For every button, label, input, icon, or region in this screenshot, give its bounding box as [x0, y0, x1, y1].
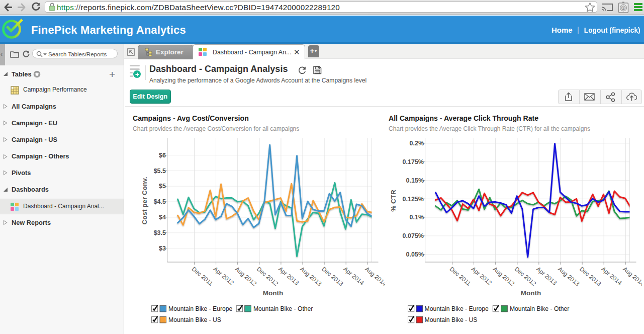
- svg-text:$5.5: $5.5: [154, 168, 166, 175]
- svg-text:All Campaigns - Average Click: All Campaigns - Average Click Through Ra…: [389, 114, 538, 122]
- svg-text:Month: Month: [521, 289, 541, 297]
- svg-text:0.125%: 0.125%: [403, 196, 424, 203]
- svg-text:0.075%: 0.075%: [403, 232, 424, 239]
- svg-text:Apr 2014: Apr 2014: [600, 266, 623, 287]
- svg-text:$3.5: $3.5: [154, 229, 166, 236]
- svg-text:0.05%: 0.05%: [406, 251, 424, 258]
- svg-text:Dec 2012: Dec 2012: [513, 266, 538, 288]
- svg-text:Dec 2013: Dec 2013: [320, 266, 345, 288]
- svg-text:Apr 2014: Apr 2014: [342, 266, 365, 287]
- svg-text:Campaigns - Avg Cost/Conversio: Campaigns - Avg Cost/Conversion: [133, 114, 249, 122]
- svg-text:$4.5: $4.5: [154, 198, 166, 205]
- svg-text:Mountain Bike - Europe: Mountain Bike - Europe: [425, 305, 489, 312]
- svg-text:Mountain Bike - US: Mountain Bike - US: [425, 316, 478, 323]
- svg-text:$3: $3: [159, 245, 166, 252]
- svg-text:$6: $6: [159, 152, 166, 159]
- svg-text:$4: $4: [159, 214, 166, 221]
- svg-text:Apr 2013: Apr 2013: [535, 266, 559, 287]
- svg-text:Chart provides the Average Cli: Chart provides the Average Click Through…: [389, 125, 590, 132]
- svg-text:% CTR: % CTR: [390, 190, 397, 212]
- svg-text:Aug 2013: Aug 2013: [299, 266, 323, 288]
- svg-text:Apr 2012: Apr 2012: [470, 266, 494, 287]
- svg-text:Aug 2012: Aug 2012: [492, 266, 516, 288]
- svg-text:Chart provides the Average Cos: Chart provides the Average Cost/Conversi…: [133, 125, 299, 132]
- svg-text:0.175%: 0.175%: [403, 158, 424, 165]
- svg-text:Mountain Bike - Europe: Mountain Bike - Europe: [168, 305, 233, 312]
- svg-text:0.1%: 0.1%: [410, 214, 424, 221]
- svg-text:Dec 2012: Dec 2012: [255, 266, 280, 288]
- svg-text:0.2%: 0.2%: [410, 140, 424, 147]
- svg-text:$5: $5: [159, 183, 166, 190]
- svg-text:Aug 2012: Aug 2012: [234, 266, 258, 288]
- svg-text:Dec 2011: Dec 2011: [448, 266, 473, 287]
- svg-text:Cost per Conv.: Cost per Conv.: [141, 177, 148, 224]
- svg-text:Mountain Bike - Other: Mountain Bike - Other: [253, 305, 313, 312]
- svg-text:Aug 2014: Aug 2014: [621, 266, 642, 288]
- svg-text:Month: Month: [263, 289, 283, 297]
- svg-text:0.15%: 0.15%: [406, 177, 424, 184]
- svg-text:Dec 2013: Dec 2013: [578, 266, 603, 288]
- svg-text:Apr 2012: Apr 2012: [212, 266, 236, 287]
- svg-text:z: z: [622, 6, 624, 11]
- svg-text:Dec 2011: Dec 2011: [191, 266, 215, 287]
- svg-text:Mountain Bike - Other: Mountain Bike - Other: [510, 305, 570, 312]
- svg-text:Aug 2014: Aug 2014: [363, 266, 385, 288]
- svg-text:Apr 2013: Apr 2013: [277, 266, 301, 287]
- svg-text:Mountain Bike - US: Mountain Bike - US: [168, 316, 221, 323]
- svg-text:Aug 2013: Aug 2013: [557, 266, 581, 288]
